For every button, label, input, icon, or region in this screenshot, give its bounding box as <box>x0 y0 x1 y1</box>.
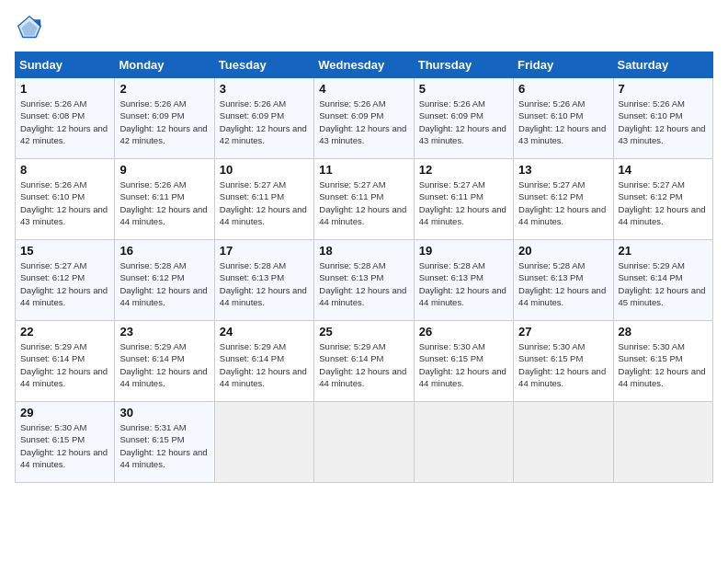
day-cell <box>214 402 313 483</box>
day-cell: 22 Sunrise: 5:29 AM Sunset: 6:14 PM Dayl… <box>16 321 115 402</box>
day-number: 17 <box>220 244 309 258</box>
header-cell-saturday: Saturday <box>613 52 712 78</box>
day-info: Sunrise: 5:26 AM Sunset: 6:10 PM Dayligh… <box>518 98 608 146</box>
day-number: 24 <box>220 325 309 339</box>
day-cell: 18 Sunrise: 5:28 AM Sunset: 6:13 PM Dayl… <box>314 240 414 321</box>
day-info: Sunrise: 5:29 AM Sunset: 6:14 PM Dayligh… <box>119 340 209 389</box>
week-row-1: 1 Sunrise: 5:26 AM Sunset: 6:08 PM Dayli… <box>16 78 713 159</box>
day-cell: 23 Sunrise: 5:29 AM Sunset: 6:14 PM Dayl… <box>115 321 214 402</box>
day-cell: 7 Sunrise: 5:26 AM Sunset: 6:10 PM Dayli… <box>613 78 712 159</box>
logo <box>15 15 42 44</box>
day-cell <box>613 402 712 483</box>
week-row-2: 8 Sunrise: 5:26 AM Sunset: 6:10 PM Dayli… <box>16 159 713 240</box>
day-number: 19 <box>419 244 508 258</box>
logo-icon <box>17 15 42 40</box>
day-info: Sunrise: 5:27 AM Sunset: 6:12 PM Dayligh… <box>518 178 608 227</box>
header <box>15 15 713 44</box>
day-number: 15 <box>20 244 109 258</box>
day-cell: 20 Sunrise: 5:28 AM Sunset: 6:13 PM Dayl… <box>514 240 613 321</box>
day-info: Sunrise: 5:26 AM Sunset: 6:09 PM Dayligh… <box>419 98 508 146</box>
day-cell: 13 Sunrise: 5:27 AM Sunset: 6:12 PM Dayl… <box>514 159 613 240</box>
day-info: Sunrise: 5:29 AM Sunset: 6:14 PM Dayligh… <box>20 340 109 389</box>
day-cell: 27 Sunrise: 5:30 AM Sunset: 6:15 PM Dayl… <box>514 321 613 402</box>
day-cell: 19 Sunrise: 5:28 AM Sunset: 6:13 PM Dayl… <box>414 240 513 321</box>
day-cell: 25 Sunrise: 5:29 AM Sunset: 6:14 PM Dayl… <box>314 321 414 402</box>
day-number: 7 <box>619 82 708 96</box>
day-info: Sunrise: 5:27 AM Sunset: 6:11 PM Dayligh… <box>220 178 309 227</box>
day-info: Sunrise: 5:26 AM Sunset: 6:09 PM Dayligh… <box>220 98 309 146</box>
day-cell: 1 Sunrise: 5:26 AM Sunset: 6:08 PM Dayli… <box>16 78 115 159</box>
day-cell: 3 Sunrise: 5:26 AM Sunset: 6:09 PM Dayli… <box>214 78 313 159</box>
day-number: 21 <box>619 244 708 258</box>
day-info: Sunrise: 5:29 AM Sunset: 6:14 PM Dayligh… <box>619 259 708 308</box>
day-cell: 30 Sunrise: 5:31 AM Sunset: 6:15 PM Dayl… <box>115 402 214 483</box>
day-cell: 29 Sunrise: 5:30 AM Sunset: 6:15 PM Dayl… <box>16 402 115 483</box>
day-number: 30 <box>119 406 209 419</box>
day-number: 8 <box>20 163 109 177</box>
day-cell: 11 Sunrise: 5:27 AM Sunset: 6:11 PM Dayl… <box>314 159 414 240</box>
day-number: 5 <box>419 82 508 96</box>
day-info: Sunrise: 5:30 AM Sunset: 6:15 PM Dayligh… <box>619 340 708 389</box>
day-info: Sunrise: 5:26 AM Sunset: 6:10 PM Dayligh… <box>20 178 109 227</box>
day-cell: 17 Sunrise: 5:28 AM Sunset: 6:13 PM Dayl… <box>214 240 313 321</box>
day-number: 9 <box>119 163 209 177</box>
day-info: Sunrise: 5:30 AM Sunset: 6:15 PM Dayligh… <box>518 340 608 389</box>
week-row-5: 29 Sunrise: 5:30 AM Sunset: 6:15 PM Dayl… <box>16 402 713 483</box>
header-cell-thursday: Thursday <box>414 52 513 78</box>
day-number: 14 <box>619 163 708 177</box>
day-number: 11 <box>319 163 408 177</box>
day-number: 10 <box>220 163 309 177</box>
day-info: Sunrise: 5:26 AM Sunset: 6:08 PM Dayligh… <box>20 98 109 146</box>
day-info: Sunrise: 5:28 AM Sunset: 6:13 PM Dayligh… <box>220 259 309 308</box>
day-cell: 26 Sunrise: 5:30 AM Sunset: 6:15 PM Dayl… <box>414 321 513 402</box>
day-cell: 28 Sunrise: 5:30 AM Sunset: 6:15 PM Dayl… <box>613 321 712 402</box>
day-cell: 6 Sunrise: 5:26 AM Sunset: 6:10 PM Dayli… <box>514 78 613 159</box>
day-cell <box>314 402 414 483</box>
day-number: 3 <box>220 82 309 96</box>
day-info: Sunrise: 5:26 AM Sunset: 6:09 PM Dayligh… <box>119 98 209 146</box>
header-cell-wednesday: Wednesday <box>314 52 414 78</box>
day-cell: 14 Sunrise: 5:27 AM Sunset: 6:12 PM Dayl… <box>613 159 712 240</box>
day-cell: 2 Sunrise: 5:26 AM Sunset: 6:09 PM Dayli… <box>115 78 214 159</box>
day-info: Sunrise: 5:28 AM Sunset: 6:12 PM Dayligh… <box>119 259 209 308</box>
day-info: Sunrise: 5:28 AM Sunset: 6:13 PM Dayligh… <box>319 259 408 308</box>
header-cell-friday: Friday <box>514 52 613 78</box>
day-number: 13 <box>518 163 608 177</box>
header-row: SundayMondayTuesdayWednesdayThursdayFrid… <box>16 52 713 78</box>
day-info: Sunrise: 5:28 AM Sunset: 6:13 PM Dayligh… <box>419 259 508 308</box>
header-cell-monday: Monday <box>115 52 214 78</box>
day-cell: 16 Sunrise: 5:28 AM Sunset: 6:12 PM Dayl… <box>115 240 214 321</box>
day-cell <box>514 402 613 483</box>
week-row-3: 15 Sunrise: 5:27 AM Sunset: 6:12 PM Dayl… <box>16 240 713 321</box>
day-number: 1 <box>20 82 109 96</box>
day-number: 18 <box>319 244 408 258</box>
day-cell <box>414 402 513 483</box>
day-cell: 12 Sunrise: 5:27 AM Sunset: 6:11 PM Dayl… <box>414 159 513 240</box>
calendar-table: SundayMondayTuesdayWednesdayThursdayFrid… <box>15 52 713 483</box>
day-cell: 21 Sunrise: 5:29 AM Sunset: 6:14 PM Dayl… <box>613 240 712 321</box>
day-number: 29 <box>20 406 109 419</box>
day-cell: 4 Sunrise: 5:26 AM Sunset: 6:09 PM Dayli… <box>314 78 414 159</box>
header-cell-tuesday: Tuesday <box>214 52 313 78</box>
day-cell: 24 Sunrise: 5:29 AM Sunset: 6:14 PM Dayl… <box>214 321 313 402</box>
day-cell: 15 Sunrise: 5:27 AM Sunset: 6:12 PM Dayl… <box>16 240 115 321</box>
day-cell: 9 Sunrise: 5:26 AM Sunset: 6:11 PM Dayli… <box>115 159 214 240</box>
day-number: 22 <box>20 325 109 339</box>
day-info: Sunrise: 5:30 AM Sunset: 6:15 PM Dayligh… <box>419 340 508 389</box>
day-info: Sunrise: 5:29 AM Sunset: 6:14 PM Dayligh… <box>319 340 408 389</box>
day-number: 26 <box>419 325 508 339</box>
calendar-body: 1 Sunrise: 5:26 AM Sunset: 6:08 PM Dayli… <box>16 78 713 483</box>
week-row-4: 22 Sunrise: 5:29 AM Sunset: 6:14 PM Dayl… <box>16 321 713 402</box>
day-cell: 8 Sunrise: 5:26 AM Sunset: 6:10 PM Dayli… <box>16 159 115 240</box>
day-info: Sunrise: 5:27 AM Sunset: 6:11 PM Dayligh… <box>319 178 408 227</box>
day-number: 2 <box>119 82 209 96</box>
day-info: Sunrise: 5:27 AM Sunset: 6:11 PM Dayligh… <box>419 178 508 227</box>
day-cell: 10 Sunrise: 5:27 AM Sunset: 6:11 PM Dayl… <box>214 159 313 240</box>
calendar-header: SundayMondayTuesdayWednesdayThursdayFrid… <box>16 52 713 78</box>
day-number: 12 <box>419 163 508 177</box>
day-number: 23 <box>119 325 209 339</box>
day-number: 4 <box>319 82 408 96</box>
day-info: Sunrise: 5:28 AM Sunset: 6:13 PM Dayligh… <box>518 259 608 308</box>
day-info: Sunrise: 5:27 AM Sunset: 6:12 PM Dayligh… <box>20 259 109 308</box>
day-info: Sunrise: 5:30 AM Sunset: 6:15 PM Dayligh… <box>20 421 109 470</box>
